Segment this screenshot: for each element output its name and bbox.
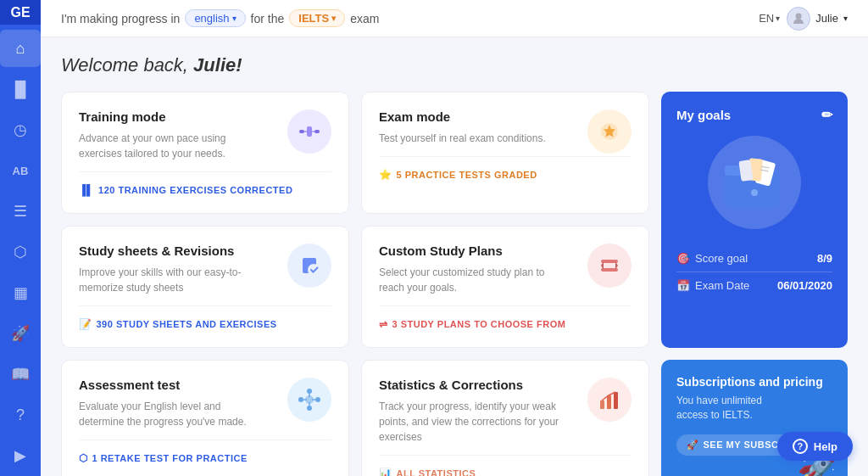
svg-point-0 — [796, 13, 802, 19]
svg-point-22 — [307, 389, 312, 394]
topbar-suffix: exam — [350, 12, 379, 25]
sidebar-item-stats[interactable]: ▐▌ — [0, 70, 41, 108]
sidebar-item-home[interactable]: ⌂ — [0, 30, 41, 67]
rocket-small-icon: 🚀 — [687, 440, 699, 451]
sidebar-nav: ⌂ ▐▌ ◷ AB ☰ ⬡ ▦ 🚀 📖 ? ▶ — [0, 25, 41, 476]
subs-title: Subscriptions and pricing — [676, 375, 832, 389]
study-card: Study sheets & Revisions Improve your sk… — [61, 226, 349, 348]
goals-circle — [708, 136, 801, 229]
edit-icon[interactable]: ✏ — [821, 107, 832, 123]
clock-icon: ◷ — [14, 120, 27, 139]
statistics-card: Statistics & Corrections Track your prog… — [361, 360, 649, 476]
topbar-text: I'm making progress in english ▾ for the… — [61, 9, 379, 27]
goals-card: My goals ✏ — [661, 92, 848, 348]
main-area: I'm making progress in english ▾ for the… — [41, 0, 868, 476]
help-label: Help — [814, 440, 837, 453]
goals-header: My goals ✏ — [676, 107, 832, 123]
sidebar-item-rocket[interactable]: 🚀 — [0, 315, 41, 352]
svg-point-14 — [751, 189, 758, 196]
goals-stats: 🎯 Score goal 8/9 📅 Exam Date 06/01/2020 — [676, 245, 832, 299]
statistics-icon — [587, 378, 632, 422]
svg-point-16 — [308, 264, 320, 276]
content-area: Welcome back, Julie! Training mode Advan… — [41, 37, 868, 476]
svg-rect-5 — [312, 132, 315, 132]
exam-icon — [587, 109, 632, 154]
sidebar-logo: GE — [0, 0, 41, 25]
welcome-title: Welcome back, Julie! — [61, 54, 848, 76]
list-icon: ☰ — [14, 202, 27, 221]
sidebar-item-ab[interactable]: AB — [0, 152, 41, 189]
subs-desc: You have unlimited access to IELTS. — [676, 394, 770, 423]
exam-desc: Test yourself in real exam conditions. — [379, 131, 569, 146]
svg-point-23 — [307, 406, 312, 411]
assessment-link[interactable]: ⬡ 1 RETAKE TEST FOR PRACTICE — [79, 452, 331, 464]
svg-rect-3 — [314, 130, 320, 133]
chart-icon: ▦ — [14, 283, 28, 302]
chevron-down-icon: ▾ — [232, 14, 236, 23]
sidebar: GE ⌂ ▐▌ ◷ AB ☰ ⬡ ▦ 🚀 📖 ? — [0, 0, 41, 476]
topbar-prefix: I'm making progress in — [61, 12, 180, 25]
help-circle-icon: ? — [793, 439, 808, 454]
exam-date-value: 06/01/2020 — [777, 279, 832, 292]
language-selector[interactable]: english ▾ — [185, 9, 245, 27]
sidebar-item-book[interactable]: 📖 — [0, 356, 41, 393]
play-icon: ▶ — [14, 446, 26, 465]
svg-point-25 — [315, 397, 320, 402]
statistics-link[interactable]: 📊 ALL STATISTICS — [379, 468, 632, 476]
cards-grid: Training mode Advance at your own pace u… — [61, 92, 848, 476]
custom-link[interactable]: ⇌ 3 STUDY PLANS TO CHOOSE FROM — [379, 318, 632, 330]
welcome-prefix: Welcome back, — [61, 54, 188, 76]
lang-label: EN — [759, 12, 774, 25]
exam-link[interactable]: ⭐ 5 PRACTICE TESTS GRADED — [379, 169, 632, 181]
goals-illustration — [704, 132, 805, 233]
exam-date-label: 📅 Exam Date — [676, 279, 749, 292]
training-desc: Advance at your own pace using exercises… — [79, 131, 269, 161]
training-card: Training mode Advance at your own pace u… — [61, 92, 349, 214]
score-goal-label: 🎯 Score goal — [676, 252, 748, 265]
assessment-icon — [287, 378, 331, 422]
sidebar-item-list[interactable]: ☰ — [0, 193, 41, 230]
exam-date-row: 📅 Exam Date 06/01/2020 — [676, 272, 832, 299]
topbar-middle: for the — [251, 12, 285, 25]
topbar: I'm making progress in english ▾ for the… — [41, 0, 868, 37]
exam-label: IELTS — [298, 12, 329, 25]
custom-card: Custom Study Plans Select your customize… — [361, 226, 649, 348]
svg-rect-1 — [299, 130, 304, 133]
sidebar-item-chart[interactable]: ▦ — [0, 274, 41, 311]
assessment-card: Assessment test Evaluate your Engli — [61, 360, 349, 476]
lang-chevron-icon: ▾ — [776, 14, 780, 23]
training-link[interactable]: ▐▌ 120 TRAINING EXERCISES CORRECTED — [79, 184, 331, 196]
sidebar-item-network[interactable]: ⬡ — [0, 233, 41, 271]
sidebar-item-question[interactable]: ? — [0, 396, 41, 434]
svg-point-24 — [298, 397, 303, 402]
custom-icon — [587, 244, 632, 288]
ab-icon: AB — [13, 165, 29, 177]
study-link[interactable]: 📝 390 STUDY SHEETS AND EXERCISES — [79, 318, 331, 330]
user-menu[interactable]: Julie ▾ — [787, 7, 848, 31]
svg-rect-4 — [304, 132, 308, 132]
sidebar-item-play[interactable]: ▶ — [0, 437, 41, 474]
assessment-desc: Evaluate your English level and determin… — [79, 399, 269, 429]
target-icon: 🎯 — [676, 252, 690, 265]
score-goal-value: 8/9 — [817, 252, 832, 265]
exam-selector[interactable]: IELTS ▾ — [289, 9, 345, 27]
book-icon: 📖 — [11, 365, 30, 384]
language-button[interactable]: EN ▾ — [759, 12, 780, 25]
svg-rect-2 — [307, 126, 312, 137]
question-icon: ? — [16, 406, 25, 424]
svg-rect-30 — [600, 400, 604, 409]
svg-rect-31 — [607, 395, 611, 409]
user-name: Julie — [815, 12, 838, 25]
topbar-right: EN ▾ Julie ▾ — [759, 7, 848, 31]
study-desc: Improve your skills with our easy-to-mem… — [79, 265, 269, 295]
statistics-desc: Track your progress, identify your weak … — [379, 399, 569, 445]
study-icon — [287, 244, 331, 288]
user-chevron-icon: ▾ — [843, 14, 848, 23]
bars-icon: ▐▌ — [9, 81, 31, 98]
sidebar-item-clock[interactable]: ◷ — [0, 111, 41, 148]
chevron-down-icon-exam: ▾ — [331, 14, 336, 23]
svg-rect-32 — [614, 392, 618, 409]
exam-card: Exam mode Test yourself in real exam con… — [361, 92, 649, 214]
help-button[interactable]: ? Help — [777, 432, 853, 461]
avatar — [787, 7, 810, 31]
